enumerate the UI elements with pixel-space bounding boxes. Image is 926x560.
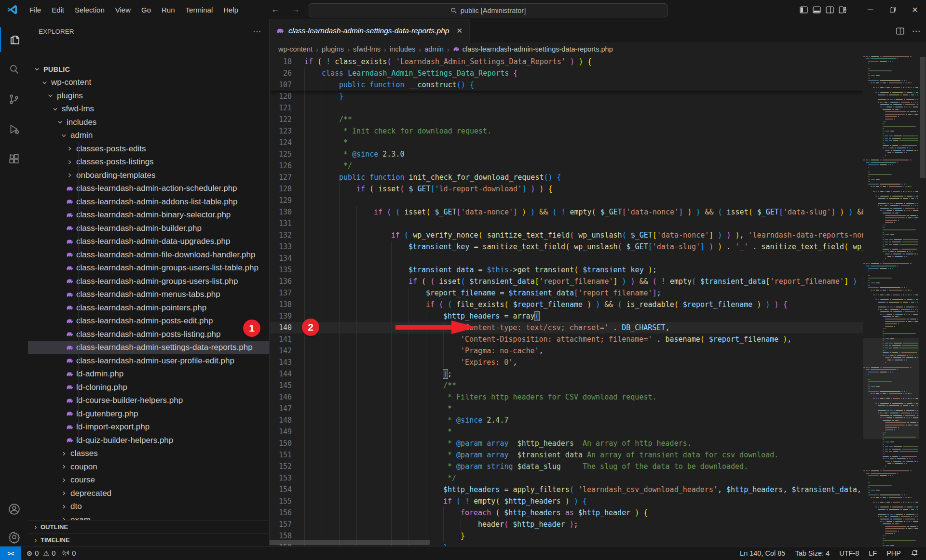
tree-item-onboarding-templates[interactable]: onboarding-templates [28,169,269,182]
tab-close-icon[interactable]: ✕ [456,27,463,35]
menu-edit[interactable]: Edit [46,0,69,19]
restore-button[interactable] [882,0,904,19]
code-editor[interactable]: 18if ( ! class_exists( 'Learndash_Admin_… [270,56,863,547]
tree-item-wp-content[interactable]: wp-content [28,76,269,90]
tree-item-ld-gutenberg-php[interactable]: ld-gutenberg.php [28,407,269,421]
tree-item-class-learndash-admin-groups-users-list-table-php[interactable]: class-learndash-admin-groups-users-list-… [28,262,269,275]
command-center-search[interactable]: public [Administrator] [309,3,667,17]
tree-item-ld-course-builder-helpers-php[interactable]: ld-course-builder-helpers.php [28,394,269,408]
tree-item-class-learndash-admin-settings-data-reports-php[interactable]: class-learndash-admin-settings-data-repo… [28,341,269,355]
tree-item-coupon[interactable]: coupon [28,460,269,474]
minimize-button[interactable]: ─ [859,0,882,19]
explorer-icon[interactable] [0,27,29,52]
line-number: 157 [270,519,292,530]
vertical-scrollbar[interactable] [920,57,926,178]
php-file-icon [65,371,74,378]
nav-forward-button[interactable]: → [291,4,300,15]
problems-status[interactable]: ⊗0 ⚠0 [23,547,59,560]
tree-item-class-learndash-admin-binary-selector-php[interactable]: class-learndash-admin-binary-selector.ph… [28,209,269,222]
tree-item-class-learndash-admin-posts-edit-php[interactable]: class-learndash-admin-posts-edit.php [28,315,269,328]
close-window-button[interactable]: ✕ [904,0,926,19]
tree-item-ld-import-export-php[interactable]: ld-import-export.php [28,421,269,434]
explorer-title: EXPLORER [39,28,74,35]
editor-group[interactable]: class-learndash-admin-settings-data-repo… [270,19,926,547]
line-number: 155 [270,495,292,507]
tree-item-class-learndash-admin-action-scheduler-php[interactable]: class-learndash-admin-action-scheduler.p… [28,182,269,196]
tree-item-classes[interactable]: classes [28,447,269,461]
tree-item-sfwd-lms[interactable]: sfwd-lms [28,103,269,116]
tree-item-class-learndash-admin-file-download-handler-php[interactable]: class-learndash-admin-file-download-hand… [28,248,269,262]
menu-run[interactable]: Run [156,0,180,19]
accounts-icon[interactable] [0,496,28,521]
code-line-129: 129 [270,195,863,206]
menu-view[interactable]: View [110,0,136,19]
tree-item-dto[interactable]: dto [28,500,269,514]
tree-item-class-learndash-admin-pointers-php[interactable]: class-learndash-admin-pointers.php [28,301,269,315]
tree-item-class-learndash-admin-builder-php[interactable]: class-learndash-admin-builder.php [28,222,269,235]
run-and-debug-icon[interactable] [0,117,28,142]
tree-item-ld-quiz-builder-helpers-php[interactable]: ld-quiz-builder-helpers.php [28,434,269,447]
explorer-more-actions-icon[interactable]: ⋯ [253,27,261,37]
toggle-panel-icon[interactable] [813,6,821,14]
outline-section[interactable]: ›OUTLINE [28,520,269,533]
timeline-section[interactable]: ›TIMELINE [28,533,269,547]
nav-back-button[interactable]: ← [271,4,280,15]
sticky-scroll[interactable]: 18if ( ! class_exists( 'Learndash_Admin_… [270,56,863,91]
tree-item-classes-posts-listings[interactable]: classes-posts-listings [28,156,269,169]
breadcrumb-item[interactable]: admin [424,45,444,53]
tree-item-class-learndash-admin-groups-users-list-php[interactable]: class-learndash-admin-groups-users-list.… [28,275,269,288]
tree-item-class-learndash-admin-addons-list-table-php[interactable]: class-learndash-admin-addons-list-table.… [28,195,269,209]
breadcrumb-item[interactable]: wp-content [278,45,313,53]
tree-item-class-learndash-admin-posts-listing-php[interactable]: class-learndash-admin-posts-listing.php [28,328,269,341]
tree-item-class-learndash-admin-menus-tabs-php[interactable]: class-learndash-admin-menus-tabs.php [28,288,269,302]
language-mode[interactable]: PHP [884,549,904,557]
remote-indicator[interactable]: >< [0,547,21,560]
tab-active-file[interactable]: class-learndash-admin-settings-data-repo… [270,19,470,42]
indentation-status[interactable]: Tab Size: 4 [792,549,832,557]
vscode-logo [7,4,18,15]
breadcrumb-file[interactable]: class-learndash-admin-settings-data-repo… [453,45,613,53]
line-number: 18 [270,56,292,67]
source-control-icon[interactable] [0,87,28,112]
chevron-down-icon [32,66,41,72]
line-number: 145 [270,380,292,391]
tree-item-course[interactable]: course [28,474,269,487]
tree-item-includes[interactable]: includes [28,116,269,129]
customize-layout-icon[interactable] [839,6,847,14]
menu-help[interactable]: Help [218,0,244,19]
breadcrumb-item[interactable]: includes [390,45,415,53]
tree-item-ld-cloning-php[interactable]: ld-cloning.php [28,381,269,394]
line-number: 144 [270,368,292,380]
menu-selection[interactable]: Selection [69,0,110,19]
breadcrumb-item[interactable]: sfwd-lms [353,45,381,53]
menu-terminal[interactable]: Terminal [180,0,218,19]
code-line-147: 147 * [270,403,863,414]
tree-item-deprecated[interactable]: deprecated [28,487,269,500]
cursor-position[interactable]: Ln 140, Col 85 [737,549,788,557]
sidebar-explorer: EXPLORER ⋯ PUBLICwp-contentpluginssfwd-l… [28,19,270,547]
breadcrumb-item[interactable]: plugins [322,45,344,53]
toggle-secondary-sidebar-icon[interactable] [826,6,834,14]
search-view-icon[interactable] [0,57,28,82]
menu-file[interactable]: File [24,0,46,19]
editor-more-actions-icon[interactable]: ⋯ [912,26,920,36]
extensions-icon[interactable] [0,147,28,172]
toggle-sidebar-icon[interactable] [800,6,808,14]
tree-item-ld-admin-php[interactable]: ld-admin.php [28,368,269,381]
split-editor-icon[interactable] [896,27,904,35]
tree-item-class-learndash-admin-user-profile-edit-php[interactable]: class-learndash-admin-user-profile-edit.… [28,354,269,368]
tree-root-public[interactable]: PUBLIC [28,63,269,76]
php-file-icon [65,384,74,391]
ports-status[interactable]: 0 [59,547,79,560]
tree-item-plugins[interactable]: plugins [28,89,269,103]
eol-status[interactable]: LF [866,549,880,557]
tree-item-class-learndash-admin-data-upgrades-php[interactable]: class-learndash-admin-data-upgrades.php [28,235,269,249]
horizontal-scrollbar[interactable] [270,540,430,545]
title-bar: FileEditSelectionViewGoRunTerminalHelp ←… [0,0,926,20]
minimap[interactable] [863,56,919,547]
menu-go[interactable]: Go [136,0,156,19]
tree-item-admin[interactable]: admin [28,129,269,143]
tree-item-classes-posts-edits[interactable]: classes-posts-edits [28,142,269,156]
encoding-status[interactable]: UTF-8 [836,549,862,557]
notifications-bell-icon[interactable] [908,549,921,557]
